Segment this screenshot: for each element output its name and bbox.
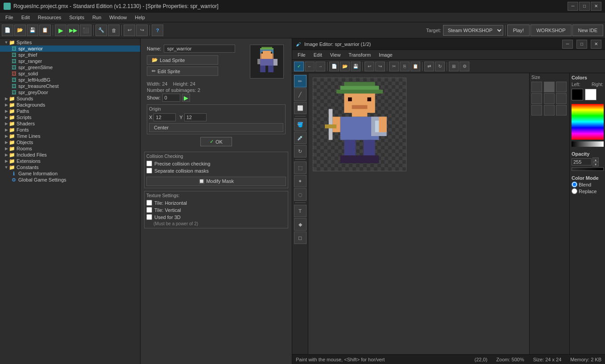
ie-menu-transform[interactable]: Transform: [345, 51, 374, 58]
target-select[interactable]: Steam WORKSHOP Windows Mac: [443, 25, 503, 36]
show-next-button[interactable]: ▶: [182, 94, 190, 102]
edit-sprite-button[interactable]: ✏ Edit Sprite: [147, 66, 218, 76]
blend-radio[interactable]: [572, 182, 577, 187]
opacity-bar[interactable]: [572, 167, 604, 171]
save-all-button[interactable]: 📋: [39, 25, 51, 36]
ok-button[interactable]: ✓ OK: [200, 137, 232, 146]
minimize-button[interactable]: ─: [568, 2, 578, 11]
canvas-area[interactable]: [308, 73, 529, 354]
size-btn-5[interactable]: [544, 93, 555, 104]
load-sprite-button[interactable]: 📂 Load Sprite: [147, 55, 218, 65]
line-tool[interactable]: ╱: [294, 88, 307, 101]
rotate-tool[interactable]: ↻: [294, 145, 307, 157]
select-tool[interactable]: ⬚: [294, 161, 307, 174]
ie-rotate-button[interactable]: ↻: [435, 62, 445, 71]
ie-menu-view[interactable]: View: [327, 51, 344, 58]
tree-constants-group[interactable]: ▼ 📁 Constants: [0, 164, 140, 170]
ie-grid-button[interactable]: ⊞: [449, 62, 459, 71]
pencil-tool[interactable]: ✏: [294, 75, 307, 87]
build-button[interactable]: 🔧: [95, 25, 107, 36]
color-picker-rainbow[interactable]: [572, 104, 604, 140]
tree-item-spr-warrior[interactable]: 🖼 spr_warrior: [0, 46, 140, 52]
tree-item-spr-ranger[interactable]: 🖼 spr_ranger: [0, 58, 140, 64]
ie-save-button[interactable]: 💾: [351, 62, 361, 71]
tree-global-settings[interactable]: ⚙ Global Game Settings: [0, 177, 140, 183]
size-btn-4[interactable]: [531, 93, 542, 104]
run-button[interactable]: ▶: [55, 25, 66, 36]
menu-file[interactable]: File: [2, 14, 17, 21]
tree-item-spr-greydoor[interactable]: 🖼 spr_greyDoor: [0, 89, 140, 95]
menu-scripts[interactable]: Scripts: [66, 14, 88, 21]
ie-menu-file[interactable]: File: [294, 51, 309, 58]
modify-mask-button[interactable]: 🔲 Modify Mask: [146, 177, 286, 186]
clean-button[interactable]: 🗑: [108, 25, 120, 36]
used-3d-checkbox[interactable]: [146, 214, 152, 220]
undo-button[interactable]: ↩: [124, 25, 135, 36]
tree-fonts-group[interactable]: ▶ 📁 Fonts: [0, 127, 140, 133]
debug-button[interactable]: ▶▶: [67, 25, 79, 36]
ie-undo-button[interactable]: ↩: [365, 62, 374, 71]
size-btn-7[interactable]: [531, 105, 542, 116]
new-button[interactable]: 📄: [2, 25, 13, 36]
ie-forward-button[interactable]: →: [315, 62, 325, 71]
resource-tree[interactable]: ▼ 📁 Sprites 🖼 spr_warrior 🖼 spr_thief 🖼 …: [0, 38, 141, 364]
sprite-canvas[interactable]: [313, 78, 406, 171]
ie-menu-edit[interactable]: Edit: [310, 51, 326, 58]
ie-new-button[interactable]: 📄: [329, 62, 339, 71]
help-button[interactable]: ?: [152, 25, 163, 36]
menu-help[interactable]: Help: [131, 14, 149, 21]
ie-minimize-button[interactable]: ─: [562, 40, 573, 49]
opacity-up-button[interactable]: ▲: [593, 157, 599, 162]
ie-redo-button[interactable]: ↪: [375, 62, 385, 71]
workshop-button[interactable]: WORKSHOP: [530, 25, 571, 36]
menu-run[interactable]: Run: [89, 14, 105, 21]
ie-open-button[interactable]: 📂: [340, 62, 350, 71]
tree-game-info[interactable]: ℹ Game Information: [0, 170, 140, 177]
replace-radio[interactable]: [572, 188, 577, 194]
ie-copy-button[interactable]: ⎘: [400, 62, 410, 71]
right-color-swatch[interactable]: [585, 89, 597, 100]
size-btn-1[interactable]: [531, 82, 542, 92]
tree-shaders-group[interactable]: ▶ 📁 Shaders: [0, 120, 140, 127]
menu-window[interactable]: Window: [106, 14, 130, 21]
size-btn-8[interactable]: [544, 105, 555, 116]
ie-cut-button[interactable]: ✂: [389, 62, 399, 71]
close-button[interactable]: ✕: [591, 2, 601, 11]
tile-vertical-checkbox[interactable]: [146, 207, 152, 213]
erase-tool[interactable]: ⬜: [294, 102, 307, 114]
tree-timelines-group[interactable]: ▶ 📁 Time Lines: [0, 133, 140, 139]
tree-item-spr-lefthud[interactable]: 🖼 spr_leftHudBG: [0, 77, 140, 83]
tree-item-spr-thief[interactable]: 🖼 spr_thief: [0, 52, 140, 58]
tree-paths-group[interactable]: ▶ 📁 Paths: [0, 108, 140, 114]
tree-item-spr-treasurechest[interactable]: 🖼 spr_treasureChest: [0, 83, 140, 89]
ie-settings-button[interactable]: ⚙: [460, 62, 469, 71]
grid-tool[interactable]: ◻: [294, 232, 307, 244]
diamond-tool[interactable]: ◆: [294, 218, 307, 231]
precise-collision-checkbox[interactable]: [146, 161, 152, 166]
play-button[interactable]: Play!: [507, 25, 530, 36]
menu-resources[interactable]: Resources: [34, 14, 65, 21]
separate-masks-checkbox[interactable]: [146, 168, 152, 174]
opacity-input[interactable]: [572, 158, 592, 165]
show-input[interactable]: [162, 94, 180, 102]
open-button[interactable]: 📂: [14, 25, 26, 36]
name-input[interactable]: [164, 45, 235, 53]
origin-x-input[interactable]: [153, 113, 176, 121]
magic-wand-tool[interactable]: ✦: [294, 175, 307, 187]
size-btn-9[interactable]: [556, 105, 567, 116]
tree-backgrounds-group[interactable]: ▶ 📁 Backgrounds: [0, 102, 140, 108]
menu-edit[interactable]: Edit: [18, 14, 33, 21]
tree-item-spr-solid[interactable]: 🖼 spr_solid: [0, 70, 140, 77]
tree-item-spr-greenslime[interactable]: 🖼 spr_greenSlime: [0, 64, 140, 70]
ie-menu-image[interactable]: Image: [375, 51, 396, 58]
size-btn-3[interactable]: [556, 82, 567, 92]
ie-paste-button[interactable]: 📋: [410, 62, 420, 71]
size-btn-6[interactable]: [556, 93, 567, 104]
tree-sprites-group[interactable]: ▼ 📁 Sprites: [0, 39, 140, 46]
maximize-button[interactable]: □: [579, 2, 590, 11]
tree-objects-group[interactable]: ▶ 📁 Objects: [0, 139, 140, 145]
paint-bucket-tool[interactable]: 🪣: [294, 118, 307, 131]
redo-button[interactable]: ↪: [136, 25, 148, 36]
ie-mirror-button[interactable]: ⇄: [424, 62, 434, 71]
opacity-down-button[interactable]: ▼: [593, 162, 599, 166]
